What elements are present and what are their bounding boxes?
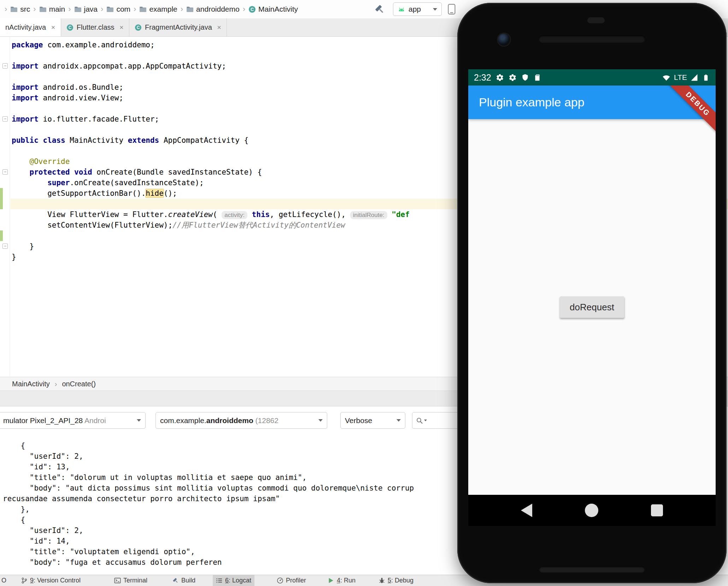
statusbar-item-4-run[interactable]: 4: Run [324,575,359,586]
breadcrumb-label: com [116,5,130,13]
fold-icon[interactable]: − [2,244,8,249]
folder-icon [74,6,82,13]
svg-text:C: C [251,7,254,12]
network-type-label: LTE [674,73,687,82]
app-content: doRequest [468,119,716,495]
chevron-down-icon [433,8,437,11]
chevron-down-icon [318,419,323,422]
status-bar-right: LTE [662,73,710,82]
breadcrumb-item-java[interactable]: java [74,5,98,13]
statusbar-item-5-debug[interactable]: 5: Debug [375,575,417,586]
search-icon [416,417,423,424]
editor-tab[interactable]: CFlutter.class✕ [61,18,129,36]
statusbar-item-label: 4: Run [337,577,356,584]
statusbar-item-label: 6: Logcat [225,577,251,584]
process-dropdown-value: com.example.androiddemo (12862 [160,416,278,425]
run-config-select[interactable]: app [393,2,442,16]
breadcrumb-item-androiddemo[interactable]: androiddemo [186,5,240,13]
process-dropdown[interactable]: com.example.androiddemo (12862 [155,412,327,429]
breadcrumb-method[interactable]: onCreate() [62,380,96,388]
app-bar-title: Plugin example app [479,95,585,109]
clock-label: 2:32 [474,72,491,83]
sdcard-icon [534,74,541,81]
breadcrumb-label: src [20,5,30,13]
chevron-down-icon [137,419,141,422]
log-level-dropdown[interactable]: Verbose [340,412,405,429]
breadcrumb-separator: › [68,5,71,14]
folder-icon [10,6,18,13]
breadcrumb-item-com[interactable]: com [106,5,130,13]
gear-icon [509,74,517,82]
breadcrumb-label: main [49,5,65,13]
breadcrumb-item-src[interactable]: src [10,5,30,13]
wifi-icon [662,73,671,82]
editor-gutter: −−−− [0,37,10,377]
close-icon[interactable]: ✕ [217,24,222,31]
android-studio-window: { "colors": { "phone_statusbar": "#00574… [0,0,728,586]
close-icon[interactable]: ✕ [119,24,124,31]
branch-icon [21,577,28,584]
breadcrumb-separator: › [181,5,183,14]
chevron-down-icon [424,420,427,421]
tab-label: nActivity.java [5,23,46,31]
svg-text:C: C [137,25,140,30]
editor-tab[interactable]: CFragmentActivity.java✕ [129,18,227,36]
statusbar-item-label: Build [181,577,195,584]
recents-icon[interactable] [651,504,663,516]
breadcrumb-class[interactable]: MainActivity [12,380,50,388]
breadcrumb-item-example[interactable]: example [139,5,177,13]
breadcrumb-label: MainActivity [258,5,298,13]
folder-icon [186,6,194,13]
close-icon[interactable]: ✕ [51,24,55,31]
class-icon: C [135,24,142,31]
breadcrumb: ›src›main›java›com›example›androiddemo›C… [0,5,298,14]
battery-icon [702,74,710,82]
log-level-dropdown-value: Verbose [345,416,372,425]
home-icon[interactable] [585,504,598,517]
back-icon[interactable] [521,504,532,517]
statusbar-item-label: 5: Debug [388,577,413,584]
fold-icon[interactable]: − [2,169,8,175]
phone-front-camera [498,34,510,46]
folder-icon [106,6,114,13]
run-toolbar: app [374,0,442,18]
statusbar-item-build[interactable]: Build [169,575,199,586]
breadcrumb-separator: › [134,5,136,14]
statusbar-item-9-version-control[interactable]: 9: Version Control [18,575,84,586]
do-request-button[interactable]: doRequest [560,296,624,318]
statusbar-cut-text: O [1,577,6,584]
statusbar-item-6-logcat[interactable]: 6: Logcat [213,575,254,586]
phone-screen: 2:32 LTE Plugin example app doRequest DE… [468,69,716,526]
shield-icon [521,74,529,81]
terminal-icon [114,577,121,584]
debug-icon [378,577,385,584]
run-icon [328,577,334,584]
phone-bottom-speaker [539,566,645,573]
statusbar-item-label: Profiler [286,577,306,584]
hammer-icon [172,577,179,584]
profiler-icon [277,577,283,584]
run-config-label: app [409,5,421,13]
app-bar: Plugin example app [468,86,716,119]
fold-icon[interactable]: − [2,116,8,122]
android-icon [398,5,405,13]
phone-status-bar: 2:32 LTE [468,69,716,86]
statusbar-item-terminal[interactable]: Terminal [111,575,151,586]
fold-icon[interactable]: − [2,63,8,69]
device-dropdown-value: mulator Pixel_2_API_28 Androi [3,416,106,425]
folder-icon [39,6,47,13]
editor-tab[interactable]: nActivity.java✕ [0,18,61,36]
breadcrumb-separator: › [101,5,103,14]
signal-icon [690,73,699,82]
breadcrumb-label: java [84,5,98,13]
build-hammer-icon[interactable] [374,4,385,15]
device-manager-icon[interactable] [447,4,456,15]
breadcrumb-item-mainactivity[interactable]: CMainActivity [248,5,298,13]
phone-nav-bar [468,495,716,526]
breadcrumb-item-main[interactable]: main [39,5,65,13]
gutter-change-marker [0,199,3,209]
statusbar-item-profiler[interactable]: Profiler [274,575,309,586]
breadcrumb-separator: › [243,5,245,14]
breadcrumb-label: androiddemo [196,5,240,13]
device-dropdown[interactable]: mulator Pixel_2_API_28 Androi [0,412,146,429]
